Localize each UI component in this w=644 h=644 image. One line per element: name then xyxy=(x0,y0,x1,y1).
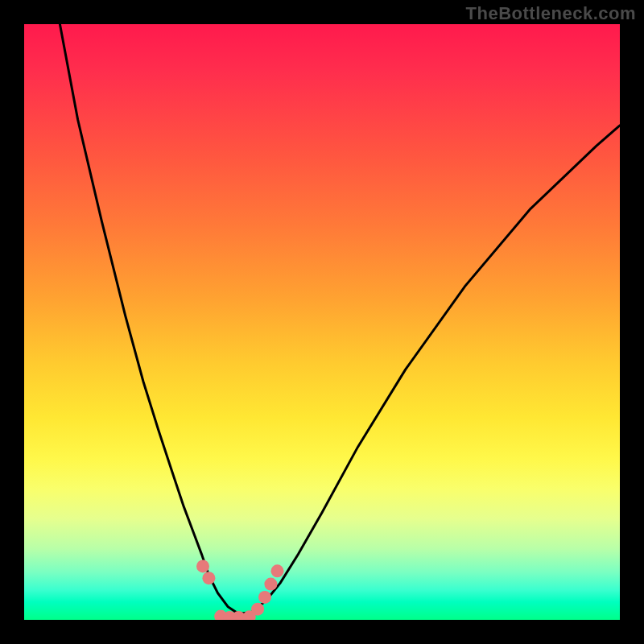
dot-marker xyxy=(258,591,271,604)
dot-marker xyxy=(251,603,264,616)
watermark-text: TheBottleneck.com xyxy=(466,3,636,24)
bottom-dots xyxy=(196,559,284,620)
dot-marker xyxy=(271,564,284,577)
chart-frame: TheBottleneck.com xyxy=(0,0,644,644)
plot-area xyxy=(24,24,620,620)
dot-marker xyxy=(196,559,209,572)
dot-marker xyxy=(202,572,215,584)
curve-svg xyxy=(24,24,620,620)
bottleneck-curve xyxy=(60,24,620,614)
dot-marker xyxy=(264,578,277,591)
